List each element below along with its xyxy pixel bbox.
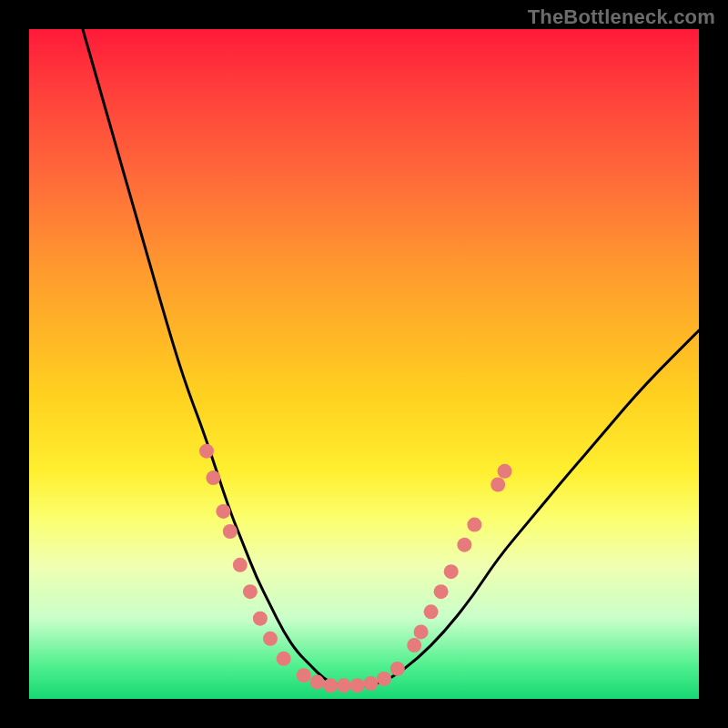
data-marker — [414, 624, 429, 639]
data-marker — [350, 678, 365, 693]
chart-svg — [29, 29, 699, 699]
data-marker — [457, 538, 471, 552]
data-marker — [216, 504, 230, 519]
data-marker — [467, 518, 481, 532]
data-marker — [223, 524, 238, 539]
data-marker — [434, 584, 449, 599]
data-marker — [310, 675, 325, 690]
data-marker — [337, 678, 351, 693]
data-marker — [199, 444, 214, 459]
data-marker — [323, 678, 338, 693]
data-marker — [253, 612, 268, 626]
data-marker — [377, 672, 391, 686]
data-marker — [390, 662, 405, 676]
data-marker — [277, 652, 291, 666]
data-marker — [363, 676, 378, 691]
data-marker — [233, 558, 248, 572]
data-marker — [444, 564, 459, 579]
data-marker — [243, 584, 258, 599]
data-marker — [263, 632, 278, 646]
chart-plot-area — [29, 29, 699, 699]
data-marker — [498, 464, 512, 479]
bottleneck-curve — [83, 29, 699, 685]
data-marker — [206, 470, 220, 485]
marker-group — [199, 444, 512, 693]
data-marker — [424, 604, 439, 619]
watermark-text: TheBottleneck.com — [528, 5, 715, 29]
data-marker — [297, 668, 311, 682]
data-marker — [490, 478, 505, 492]
chart-frame: TheBottleneck.com — [0, 0, 728, 728]
data-marker — [407, 638, 421, 652]
